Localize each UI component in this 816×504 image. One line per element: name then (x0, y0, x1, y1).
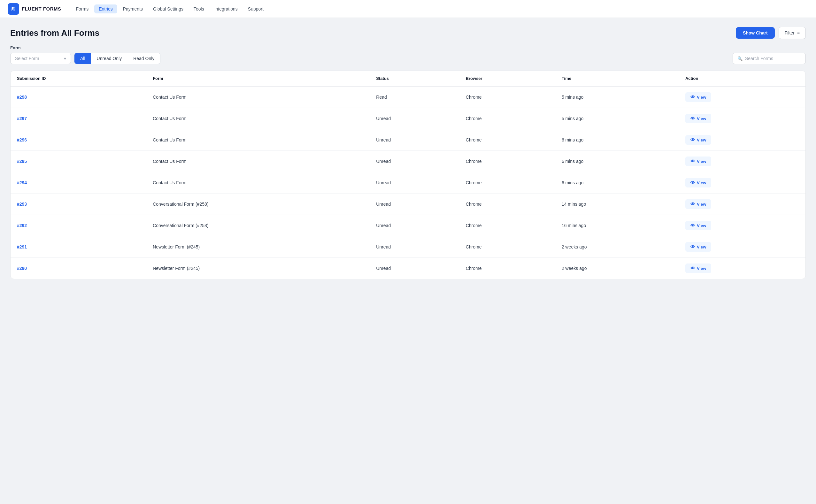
cell-browser: Chrome (460, 172, 555, 194)
col-time: Time (555, 71, 679, 86)
filter-tab-read-only[interactable]: Read Only (127, 53, 160, 64)
cell-time: 16 mins ago (555, 215, 679, 236)
table-row: #296Contact Us FormUnreadChrome6 mins ag… (11, 129, 805, 151)
view-button[interactable]: 👁View (685, 242, 711, 252)
cell-time: 2 weeks ago (555, 258, 679, 279)
cell-status: Unread (370, 172, 459, 194)
cell-browser: Chrome (460, 86, 555, 108)
cell-status: Unread (370, 108, 459, 129)
submission-id-link[interactable]: #291 (17, 244, 27, 249)
view-button[interactable]: 👁View (685, 178, 711, 187)
table-body: #298Contact Us FormReadChrome5 mins ago👁… (11, 86, 805, 279)
col-status: Status (370, 71, 459, 86)
cell-time: 5 mins ago (555, 108, 679, 129)
search-icon: 🔍 (737, 56, 743, 61)
col-submission-id: Submission ID (11, 71, 146, 86)
table-row: #297Contact Us FormUnreadChrome5 mins ag… (11, 108, 805, 129)
filters-row: Select Form ▾ AllUnread OnlyRead Only 🔍 (10, 53, 806, 64)
cell-form: Contact Us Form (146, 86, 370, 108)
cell-time: 2 weeks ago (555, 236, 679, 258)
nav-item-integrations[interactable]: Integrations (210, 4, 242, 13)
search-forms-input[interactable] (745, 56, 801, 61)
view-button[interactable]: 👁View (685, 221, 711, 230)
cell-form: Contact Us Form (146, 129, 370, 151)
submission-id-link[interactable]: #296 (17, 137, 27, 142)
table-row: #298Contact Us FormReadChrome5 mins ago👁… (11, 86, 805, 108)
nav-item-global-settings[interactable]: Global Settings (149, 4, 188, 13)
eye-icon: 👁 (690, 266, 695, 271)
submission-id-link[interactable]: #290 (17, 266, 27, 271)
cell-status: Unread (370, 129, 459, 151)
cell-status: Read (370, 86, 459, 108)
show-chart-button[interactable]: Show Chart (736, 27, 775, 39)
entries-table-container: Submission IDFormStatusBrowserTimeAction… (10, 71, 806, 279)
cell-browser: Chrome (460, 236, 555, 258)
filter-button[interactable]: Filter ≡ (779, 27, 806, 39)
logo-icon: ≋ (8, 3, 19, 15)
cell-status: Unread (370, 215, 459, 236)
search-forms-container: 🔍 (733, 53, 806, 64)
view-button[interactable]: 👁View (685, 114, 711, 123)
table-row: #295Contact Us FormUnreadChrome6 mins ag… (11, 151, 805, 172)
cell-browser: Chrome (460, 108, 555, 129)
cell-time: 6 mins ago (555, 151, 679, 172)
col-form: Form (146, 71, 370, 86)
eye-icon: 👁 (690, 95, 695, 100)
cell-status: Unread (370, 236, 459, 258)
cell-time: 14 mins ago (555, 194, 679, 215)
filter-tab-unread-only[interactable]: Unread Only (91, 53, 128, 64)
cell-browser: Chrome (460, 194, 555, 215)
eye-icon: 👁 (690, 180, 695, 185)
cell-status: Unread (370, 258, 459, 279)
cell-form: Contact Us Form (146, 108, 370, 129)
logo: ≋ FLUENT FORMS (8, 3, 61, 15)
submission-id-link[interactable]: #293 (17, 202, 27, 207)
eye-icon: 👁 (690, 159, 695, 164)
view-button[interactable]: 👁View (685, 199, 711, 209)
cell-time: 5 mins ago (555, 86, 679, 108)
submission-id-link[interactable]: #294 (17, 180, 27, 185)
main-content: Entries from All Forms Show Chart Filter… (0, 18, 816, 288)
cell-form: Conversational Form (#258) (146, 194, 370, 215)
filter-icon: ≡ (797, 30, 800, 35)
nav-item-payments[interactable]: Payments (118, 4, 147, 13)
eye-icon: 👁 (690, 244, 695, 249)
top-navigation: ≋ FLUENT FORMS FormsEntriesPaymentsGloba… (0, 0, 816, 18)
cell-status: Unread (370, 151, 459, 172)
nav-item-forms[interactable]: Forms (72, 4, 93, 13)
nav-item-support[interactable]: Support (243, 4, 268, 13)
submission-id-link[interactable]: #295 (17, 159, 27, 164)
submission-id-link[interactable]: #292 (17, 223, 27, 228)
nav-item-entries[interactable]: Entries (94, 4, 117, 13)
submission-id-link[interactable]: #298 (17, 95, 27, 100)
nav-items: FormsEntriesPaymentsGlobal SettingsTools… (72, 4, 268, 13)
view-button[interactable]: 👁View (685, 263, 711, 273)
eye-icon: 👁 (690, 137, 695, 142)
filters-left: Select Form ▾ AllUnread OnlyRead Only (10, 53, 160, 64)
cell-browser: Chrome (460, 215, 555, 236)
view-button[interactable]: 👁View (685, 92, 711, 102)
filter-tab-group: AllUnread OnlyRead Only (74, 53, 160, 64)
select-form-dropdown[interactable]: Select Form ▾ (10, 53, 71, 64)
select-form-placeholder: Select Form (15, 56, 39, 61)
table-row: #292Conversational Form (#258)UnreadChro… (11, 215, 805, 236)
entries-table: Submission IDFormStatusBrowserTimeAction… (11, 71, 805, 279)
view-button[interactable]: 👁View (685, 135, 711, 145)
cell-form: Contact Us Form (146, 172, 370, 194)
filter-tab-all[interactable]: All (74, 53, 91, 64)
col-action: Action (679, 71, 805, 86)
eye-icon: 👁 (690, 202, 695, 207)
cell-browser: Chrome (460, 129, 555, 151)
view-button[interactable]: 👁View (685, 157, 711, 166)
logo-text: FLUENT FORMS (22, 6, 61, 11)
submission-id-link[interactable]: #297 (17, 116, 27, 121)
eye-icon: 👁 (690, 223, 695, 228)
cell-form: Newsletter Form (#245) (146, 236, 370, 258)
table-row: #290Newsletter Form (#245)UnreadChrome2 … (11, 258, 805, 279)
nav-item-tools[interactable]: Tools (189, 4, 209, 13)
cell-browser: Chrome (460, 258, 555, 279)
table-row: #291Newsletter Form (#245)UnreadChrome2 … (11, 236, 805, 258)
cell-form: Contact Us Form (146, 151, 370, 172)
table-header: Submission IDFormStatusBrowserTimeAction (11, 71, 805, 86)
table-row: #294Contact Us FormUnreadChrome6 mins ag… (11, 172, 805, 194)
